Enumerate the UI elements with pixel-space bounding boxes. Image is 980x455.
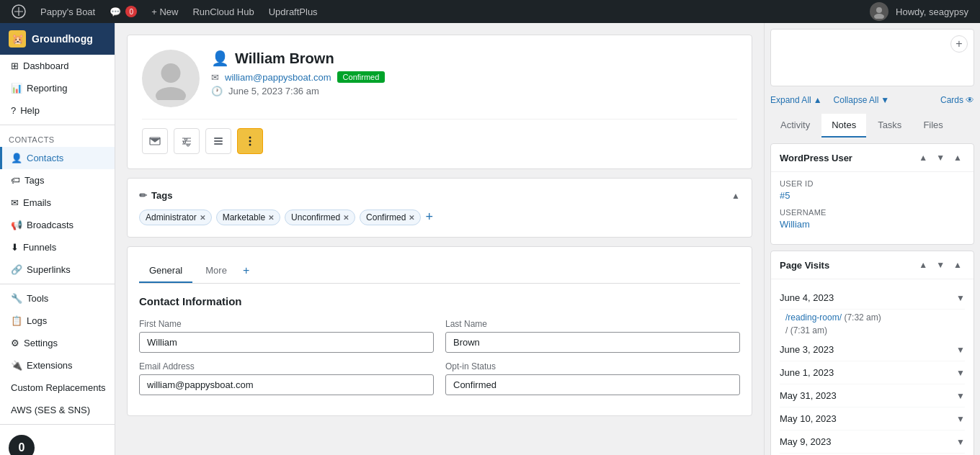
sidebar-item-aws[interactable]: AWS (SES & SNS) xyxy=(0,399,115,421)
email-address-label: Email Address xyxy=(139,361,434,371)
cards-button[interactable]: Cards 👁 xyxy=(940,95,974,105)
svg-rect-6 xyxy=(214,138,223,139)
tag-add-button[interactable]: + xyxy=(425,210,433,225)
sidebar-item-contacts[interactable]: 👤 Contacts xyxy=(0,147,115,169)
contact-email-row: ✉ william@pappysboat.com Confirmed xyxy=(211,71,737,83)
adminbar-site-name[interactable]: Pappy's Boat xyxy=(35,0,101,23)
username-value[interactable]: William xyxy=(780,219,965,230)
contact-date-row: 🕐 June 5, 2023 7:36 am xyxy=(211,86,737,96)
card-collapse-button[interactable]: ▲ xyxy=(950,151,965,164)
first-name-input[interactable] xyxy=(139,332,434,353)
opt-in-status-group: Opt-in Status xyxy=(445,361,740,395)
visit-date-may9[interactable]: May 9, 2023 ▼ xyxy=(780,431,965,454)
contact-date: June 5, 2023 7:36 am xyxy=(228,86,319,96)
visit-url-root[interactable]: / (7:31 am) xyxy=(780,324,965,338)
user-id-value[interactable]: #5 xyxy=(780,190,965,201)
tag-marketable-label: Marketable xyxy=(223,212,265,222)
email-action-button[interactable] xyxy=(142,128,168,154)
sidebar-tools-label: Tools xyxy=(27,293,48,304)
visit-date-may31[interactable]: May 31, 2023 ▼ xyxy=(780,384,965,407)
page-visits-down-button[interactable]: ▼ xyxy=(933,258,948,271)
tag-confirmed-remove[interactable]: ✕ xyxy=(409,214,414,222)
page-visits-collapse-button[interactable]: ▲ xyxy=(950,258,965,271)
notes-add-button[interactable]: + xyxy=(950,35,968,53)
tags-collapse-button[interactable]: ▲ xyxy=(731,191,740,201)
right-tab-activity[interactable]: Activity xyxy=(770,114,820,138)
contact-card: 👤 William Brown ✉ william@pappysboat.com… xyxy=(127,35,752,169)
tag-administrator-remove[interactable]: ✕ xyxy=(200,214,205,222)
sidebar-item-custom-replacements[interactable]: Custom Replacements xyxy=(0,377,115,399)
sidebar-item-funnels[interactable]: ⬇ Funnels xyxy=(0,236,115,258)
settings-icon: ⚙ xyxy=(11,338,19,348)
sidebar-logo[interactable]: 🐹 Groundhogg xyxy=(0,23,115,55)
page-visits-card-header[interactable]: Page Visits ▲ ▼ ▲ xyxy=(771,251,974,279)
sidebar-item-settings[interactable]: ⚙ Settings xyxy=(0,332,115,354)
form-tab-nav: General More + xyxy=(139,258,740,284)
help-icon: ? xyxy=(11,105,16,116)
right-tab-tasks[interactable]: Tasks xyxy=(868,114,912,138)
right-tab-files[interactable]: Files xyxy=(913,114,953,138)
visit-date-may10[interactable]: May 10, 2023 ▼ xyxy=(780,407,965,431)
email-address-input[interactable] xyxy=(139,374,434,395)
sidebar-item-broadcasts[interactable]: 📢 Broadcasts xyxy=(0,214,115,236)
filter-action-button[interactable] xyxy=(174,128,200,154)
form-tab-add-button[interactable]: + xyxy=(240,258,252,283)
contacts-icon: 👤 xyxy=(11,153,22,163)
right-panel-tabs: Activity Notes Tasks Files xyxy=(770,114,974,138)
visit-date-june1[interactable]: June 1, 2023 ▼ xyxy=(780,361,965,384)
sidebar-item-emails[interactable]: ✉ Emails xyxy=(0,192,115,214)
sidebar-item-logs[interactable]: 📋 Logs xyxy=(0,310,115,332)
adminbar-right: Howdy, seagypsy xyxy=(864,2,974,21)
sidebar-item-tools[interactable]: 🔧 Tools xyxy=(0,287,115,310)
sidebar-item-reporting[interactable]: 📊 Reporting xyxy=(0,77,115,99)
tab-more[interactable]: More xyxy=(195,259,237,283)
adminbar-runcloud[interactable]: RunCloud Hub xyxy=(187,0,259,23)
opt-in-status-input[interactable] xyxy=(445,374,740,395)
svg-point-9 xyxy=(249,137,251,139)
adminbar-comments[interactable]: 💬 0 xyxy=(104,0,143,23)
adminbar-wp-logo[interactable] xyxy=(6,0,32,23)
card-up-button[interactable]: ▲ xyxy=(916,151,930,164)
sidebar-contacts-label: Contacts xyxy=(27,153,63,163)
email-icon: ✉ xyxy=(211,72,219,83)
sidebar-item-dashboard[interactable]: ⊞ Dashboard xyxy=(0,55,115,77)
contact-actions xyxy=(142,119,737,154)
adminbar-updraftplus[interactable]: UpdraftPlus xyxy=(263,0,324,23)
adminbar-new[interactable]: + New xyxy=(146,0,184,23)
list-action-button[interactable] xyxy=(205,128,231,154)
sidebar-counter-badge[interactable]: 0 xyxy=(9,435,35,455)
card-down-button[interactable]: ▼ xyxy=(933,151,948,164)
email-address-group: Email Address xyxy=(139,361,434,395)
visit-url-reading-room[interactable]: /reading-room/ (7:32 am) xyxy=(780,310,965,324)
wordpress-user-card-header[interactable]: WordPress User ▲ ▼ ▲ xyxy=(771,144,974,172)
right-tab-notes[interactable]: Notes xyxy=(821,114,866,138)
svg-point-11 xyxy=(249,144,251,146)
sidebar-divider-1 xyxy=(0,125,115,125)
contact-email[interactable]: william@pappysboat.com xyxy=(225,72,331,83)
contact-name-row: 👤 William Brown xyxy=(211,50,737,67)
sidebar-item-extensions[interactable]: 🔌 Extensions xyxy=(0,354,115,377)
tag-unconfirmed-remove[interactable]: ✕ xyxy=(343,214,349,222)
tag-marketable-remove[interactable]: ✕ xyxy=(268,214,274,222)
last-name-input[interactable] xyxy=(445,332,740,353)
sidebar-item-superlinks[interactable]: 🔗 Superlinks xyxy=(0,258,115,281)
tag-unconfirmed-label: Unconfirmed xyxy=(291,212,340,222)
page-visits-up-button[interactable]: ▲ xyxy=(916,258,930,271)
contact-avatar xyxy=(142,50,200,107)
reporting-icon: 📊 xyxy=(11,83,22,94)
visit-date-june4[interactable]: June 4, 2023 ▼ xyxy=(780,287,965,310)
tag-unconfirmed: Unconfirmed ✕ xyxy=(285,210,355,225)
visit-date-june3[interactable]: June 3, 2023 ▼ xyxy=(780,338,965,361)
svg-point-10 xyxy=(249,140,251,143)
sidebar-item-help[interactable]: ? Help xyxy=(0,99,115,122)
expand-all-button[interactable]: Expand All ▲ xyxy=(770,95,822,105)
more-options-button[interactable] xyxy=(237,128,263,154)
tab-general[interactable]: General xyxy=(139,259,192,283)
visit-date-may10-label: May 10, 2023 xyxy=(780,413,837,424)
svg-point-4 xyxy=(156,87,186,100)
user-id-label: User ID xyxy=(780,179,965,188)
collapse-all-button[interactable]: Collapse All ▼ xyxy=(834,95,890,105)
adminbar-user[interactable]: Howdy, seagypsy xyxy=(864,2,974,21)
sidebar-contacts-section: Contacts xyxy=(0,128,115,147)
sidebar-item-tags[interactable]: 🏷 Tags xyxy=(0,169,115,192)
